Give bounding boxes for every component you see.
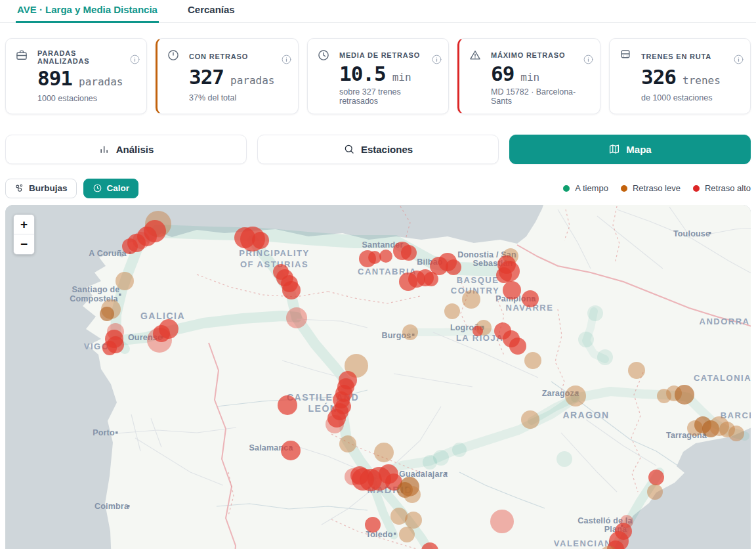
view-button-estaciones[interactable]: Estaciones (257, 135, 499, 164)
delay-bubble[interactable] (286, 307, 307, 328)
tab-bar: AVE · Larga y Media DistanciaCercanías (0, 0, 756, 23)
legend-label: Retraso leve (633, 183, 681, 193)
stat-card-subtitle: MD 15782 · Barcelona-Sants (491, 87, 591, 106)
delay-bubble[interactable] (402, 324, 418, 340)
delay-bubble[interactable] (278, 395, 297, 415)
delay-bubble[interactable] (102, 341, 117, 355)
delay-bubble[interactable] (647, 484, 663, 500)
stat-card-title: TRENES EN RUTA (641, 53, 741, 60)
delay-bubble[interactable] (496, 267, 512, 283)
delay-bubble[interactable] (556, 451, 572, 467)
stat-card-title: MÁXIMO RETRASO (491, 51, 591, 59)
delay-bubble[interactable] (509, 338, 526, 355)
zoom-in-button[interactable]: + (14, 215, 34, 234)
delay-bubble[interactable] (122, 238, 138, 254)
delay-bubble[interactable] (628, 362, 645, 379)
delay-bubble[interactable] (390, 508, 408, 525)
view-button-label: Estaciones (361, 144, 413, 155)
delay-bubble[interactable] (444, 303, 460, 319)
delay-bubble[interactable] (401, 245, 417, 261)
map-toolbar: BurbujasCalor A tiempoRetraso leveRetras… (5, 179, 751, 198)
legend-label: A tiempo (575, 183, 608, 193)
delay-bubble[interactable] (326, 415, 344, 433)
delay-bubble[interactable] (116, 272, 134, 290)
delay-bubble[interactable] (379, 250, 392, 263)
delay-bubble[interactable] (147, 328, 172, 353)
map-legend: A tiempoRetraso leveRetraso alto (563, 183, 751, 193)
legend-dot (621, 185, 627, 192)
city-marker (394, 533, 396, 535)
delay-bubble[interactable] (503, 281, 521, 299)
city-label: Santiago de (72, 285, 119, 294)
delay-bubble[interactable] (365, 517, 381, 533)
delay-bubble[interactable] (446, 259, 461, 275)
delay-bubble[interactable] (578, 332, 594, 347)
info-icon[interactable] (281, 54, 292, 65)
info-icon[interactable] (583, 54, 594, 65)
delay-bubble[interactable] (522, 290, 539, 307)
clock-icon (93, 183, 102, 193)
delay-bubble[interactable] (462, 290, 480, 309)
info-icon[interactable] (733, 54, 744, 65)
delay-bubble[interactable] (565, 385, 586, 406)
delay-bubble[interactable] (368, 251, 381, 264)
gauge-icon (167, 49, 180, 62)
region-label: VALENCIAN (554, 538, 612, 548)
stat-card-subtitle: sobre 327 trenes retrasados (339, 87, 439, 106)
stat-card-value-row: 327paradas (189, 66, 289, 91)
search-icon (343, 143, 355, 155)
map-zoom-control: + − (13, 214, 35, 255)
delay-bubble[interactable] (597, 349, 613, 365)
stat-card-subtitle: 1000 estaciones (37, 94, 137, 106)
delay-bubble[interactable] (524, 352, 541, 369)
delay-bubble[interactable] (282, 281, 301, 299)
stat-card-m-ximo-retraso: MÁXIMO RETRASO69minMD 15782 · Barcelona-… (457, 38, 600, 114)
delay-bubble[interactable] (472, 326, 483, 336)
stat-card-unit: paradas (230, 74, 274, 87)
stat-card-con-retraso: CON RETRASO327paradas37% del total (156, 38, 299, 114)
delay-bubble[interactable] (252, 232, 269, 249)
delay-bubble[interactable] (521, 410, 539, 429)
stat-card-value-row: 69min (491, 63, 591, 85)
view-button-mapa[interactable]: Mapa (509, 135, 751, 164)
stat-card-value-row: 326trenes (641, 66, 741, 91)
delay-bubble[interactable] (490, 510, 514, 533)
delay-bubble[interactable] (405, 512, 422, 529)
tab-label: AVE · Larga y Media Distancia (17, 4, 158, 15)
info-icon[interactable] (431, 54, 442, 65)
delay-bubble[interactable] (452, 443, 467, 457)
delay-bubble[interactable] (423, 455, 437, 470)
tab-ave-larga-media[interactable]: AVE · Larga y Media Distancia (16, 4, 159, 23)
stat-card-unit: paradas (79, 76, 123, 88)
delay-bubble[interactable] (100, 307, 114, 321)
legend-label: Retraso alto (705, 183, 751, 193)
delay-bubble[interactable] (339, 435, 356, 452)
delay-bubble[interactable] (675, 385, 694, 405)
map-icon (608, 143, 620, 155)
region-label: ARAGON (562, 410, 609, 420)
map-mode-button-burbujas[interactable]: Burbujas (5, 179, 77, 198)
train-icon (619, 49, 632, 62)
stats-row: PARADAS ANALIZADAS891paradas1000 estacio… (5, 38, 751, 114)
stat-card-unit: trenes (682, 74, 721, 87)
legend-item-a-tiempo: A tiempo (563, 183, 608, 193)
legend-dot (693, 185, 700, 192)
delay-bubble[interactable] (399, 527, 415, 542)
delay-bubble[interactable] (404, 486, 421, 503)
map-mode-button-calor[interactable]: Calor (83, 179, 139, 198)
info-icon[interactable] (129, 54, 140, 65)
stat-card-value-row: 10.5min (339, 63, 439, 85)
stat-card-paradas-analizadas: PARADAS ANALIZADAS891paradas1000 estacio… (5, 38, 147, 114)
zoom-out-button[interactable]: − (14, 234, 34, 254)
view-button-anlisis[interactable]: Análisis (5, 135, 247, 164)
delay-bubble[interactable] (587, 305, 603, 321)
delay-bubble[interactable] (374, 443, 394, 462)
map-svg[interactable]: GALICIAPRINCIPALITYOF ASTURIASCANTABRIAB… (5, 205, 751, 549)
delay-bubble[interactable] (281, 441, 301, 460)
warning-icon (469, 49, 482, 62)
delay-bubble[interactable] (648, 470, 664, 485)
tab-cercanias[interactable]: Cercanías (186, 4, 236, 23)
delay-bubble[interactable] (728, 426, 744, 441)
region-label: BASQUE (457, 275, 499, 285)
stat-card-value: 891 (37, 68, 72, 89)
